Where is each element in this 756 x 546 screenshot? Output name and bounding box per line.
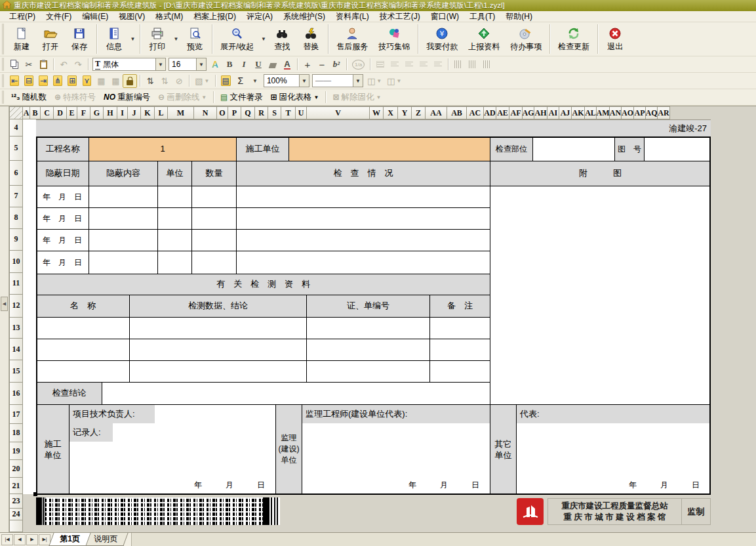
row-header[interactable]: 5 <box>9 136 23 161</box>
column-header[interactable]: Z <box>412 106 426 119</box>
increase-button[interactable]: + <box>300 58 315 72</box>
date-cell[interactable]: 年 月 日 <box>36 229 89 251</box>
column-header[interactable]: AP <box>634 106 646 119</box>
column-header[interactable]: AM <box>597 106 610 119</box>
rotate-table-2-button[interactable]: ▦ <box>108 74 123 88</box>
barcode-2-button[interactable] <box>466 58 480 72</box>
fill-button[interactable] <box>266 58 280 72</box>
column-header[interactable]: P <box>228 106 241 119</box>
drawing-no-value-cell[interactable] <box>644 136 711 161</box>
align-center-button[interactable] <box>402 58 416 72</box>
toolbar-grip[interactable] <box>2 74 6 87</box>
row-header[interactable]: 17 <box>9 405 23 424</box>
test-data-cell[interactable] <box>129 360 307 383</box>
menu-item[interactable]: 评定(A) <box>241 10 278 23</box>
border-inner-button[interactable]: ◫▼ <box>384 74 404 88</box>
row-header[interactable]: 12 <box>9 295 23 318</box>
row-header[interactable]: 11 <box>9 273 23 295</box>
after-sales-button[interactable]: 售后服务 <box>331 24 373 54</box>
row-header[interactable]: 19 <box>9 442 23 460</box>
new-button[interactable]: 新建 <box>7 24 36 54</box>
column-header[interactable]: AA <box>426 106 447 119</box>
superscript-button[interactable]: b² <box>329 58 344 72</box>
column-header[interactable]: E <box>67 106 77 119</box>
menu-item[interactable]: 工具(T) <box>464 10 500 23</box>
row-header[interactable]: 6 <box>9 161 23 186</box>
project-name-value-cell[interactable]: 1 <box>89 136 237 161</box>
project-name-label-cell[interactable]: 工程名称 <box>36 136 89 161</box>
renumber-button[interactable]: NO 重新编号 <box>100 91 154 104</box>
row-header[interactable]: 13 <box>9 318 23 339</box>
zoom-select[interactable]: 100% ▼ <box>264 74 309 87</box>
column-header[interactable]: Y <box>398 106 412 119</box>
col-hidden-date-cell[interactable]: 隐蔽日期 <box>36 161 89 186</box>
remark-cell[interactable] <box>429 339 490 361</box>
column-header[interactable]: B <box>30 106 41 119</box>
lock-button[interactable] <box>123 74 137 88</box>
col-cert-no-cell[interactable]: 证、单编号 <box>306 295 430 318</box>
row-header[interactable]: 7 <box>9 186 23 207</box>
row-header[interactable]: 21 <box>9 478 23 494</box>
menu-item[interactable]: 窗口(W) <box>426 10 464 23</box>
name-cell[interactable] <box>36 339 130 361</box>
solidify-table-button[interactable]: ⊞ 固化表格 ▼ <box>266 91 323 104</box>
upload-report-button[interactable]: 上报资料 <box>463 24 505 54</box>
select-all-corner[interactable] <box>9 106 23 119</box>
picture-button[interactable]: ▧▼ <box>192 74 212 88</box>
preview-button[interactable]: 预览 <box>180 24 209 54</box>
row-header[interactable]: 20 <box>9 460 23 478</box>
column-header[interactable]: AB <box>447 106 467 119</box>
col-attachment-cell[interactable]: 附 图 <box>490 161 711 186</box>
tips-button[interactable]: 技巧集锦 <box>373 24 415 54</box>
column-header[interactable]: AE <box>496 106 509 119</box>
align-right-button[interactable] <box>416 58 431 72</box>
check-update-button[interactable]: 检查更新 <box>553 24 595 54</box>
menu-item[interactable]: 格式(M) <box>150 10 188 23</box>
italic-button[interactable]: I <box>237 58 251 72</box>
merge-cells-button[interactable]: ⊟ <box>22 74 36 88</box>
supervision-unit-side-label[interactable]: 监理 (建设) 单位 <box>275 404 302 494</box>
row-header[interactable]: 10 <box>9 251 23 273</box>
check-cell[interactable] <box>236 207 490 230</box>
construction-unit-label-cell[interactable]: 施工单位 <box>236 136 289 161</box>
redo-button[interactable]: ↷ <box>71 58 85 72</box>
menu-item[interactable]: 编辑(E) <box>77 10 113 23</box>
horizontal-scrollbar-area[interactable] <box>131 533 756 546</box>
sheet-canvas[interactable]: 渝建竣-27 工程名称 1 施工单位 检查部位 图 号 隐蔽日期 隐蔽内容 单位… <box>23 119 756 532</box>
construction-signature-block[interactable]: 项目技术负责人: 记录人: 年月日 <box>69 404 276 494</box>
row-header[interactable]: 8 <box>9 207 23 229</box>
collapse-arrow-icon[interactable]: ◀ <box>1 297 8 311</box>
row-header[interactable]: 24 <box>9 509 23 520</box>
col-hidden-content-cell[interactable]: 隐蔽内容 <box>89 161 158 186</box>
dropdown-arrow-icon[interactable]: ▼ <box>314 94 319 100</box>
line-style-select[interactable]: —— ▼ <box>312 74 363 87</box>
unit-cell[interactable] <box>157 229 192 251</box>
unit-cell[interactable] <box>157 207 192 230</box>
col-quantity-cell[interactable]: 数量 <box>191 161 237 186</box>
quantity-cell[interactable] <box>191 186 237 208</box>
menu-item[interactable]: 档案上报(D) <box>188 10 241 23</box>
conclusion-label-cell[interactable]: 检查结论 <box>36 382 102 405</box>
dropdown-arrow-icon[interactable]: ▼ <box>353 75 363 87</box>
line-spacing-increase-button[interactable]: ⇅ <box>143 74 157 88</box>
tab-nav-button[interactable]: ◀ <box>14 534 26 545</box>
column-header[interactable]: AO <box>622 106 634 119</box>
info-button[interactable]: 信息 <box>100 24 129 54</box>
column-header[interactable]: AJ <box>559 106 572 119</box>
supervision-signature-block[interactable]: 监理工程师(建设单位代表): 年月日 <box>302 404 490 494</box>
row-header[interactable]: 4 <box>9 119 23 136</box>
col-name-cell[interactable]: 名 称 <box>36 295 130 318</box>
column-header[interactable]: AH <box>534 106 547 119</box>
col-test-data-cell[interactable]: 检测数据、结论 <box>129 295 307 318</box>
remark-cell[interactable] <box>429 360 490 383</box>
menu-item[interactable]: 文件(F) <box>41 10 77 23</box>
column-header[interactable]: R <box>255 106 268 119</box>
date-cell[interactable]: 年 月 日 <box>36 251 89 274</box>
doc-number-cell[interactable]: 渝建竣-27 <box>36 119 711 137</box>
column-header[interactable]: F <box>77 106 90 119</box>
test-data-cell[interactable] <box>129 317 307 339</box>
sum-button[interactable]: Σ <box>233 74 248 88</box>
column-header[interactable]: O <box>217 106 228 119</box>
column-header[interactable]: AI <box>547 106 559 119</box>
expand-collapse-button[interactable]: 展开/收起 <box>215 24 259 54</box>
